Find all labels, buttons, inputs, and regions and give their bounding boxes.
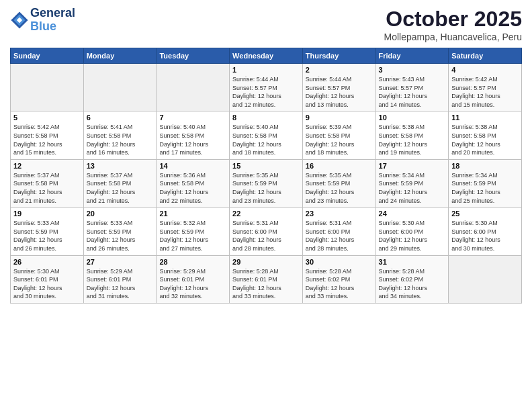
col-wednesday: Wednesday bbox=[230, 48, 303, 64]
table-row: 23Sunrise: 5:31 AM Sunset: 6:00 PM Dayli… bbox=[302, 208, 375, 255]
week-row-1: 5Sunrise: 5:42 AM Sunset: 5:58 PM Daylig… bbox=[11, 111, 522, 159]
week-row-3: 19Sunrise: 5:33 AM Sunset: 5:59 PM Dayli… bbox=[11, 208, 522, 255]
table-row: 17Sunrise: 5:34 AM Sunset: 5:59 PM Dayli… bbox=[375, 159, 449, 207]
calendar-table: Sunday Monday Tuesday Wednesday Thursday… bbox=[10, 48, 522, 304]
day-number: 2 bbox=[306, 66, 373, 74]
table-row bbox=[157, 64, 230, 111]
day-number: 22 bbox=[232, 210, 300, 218]
day-number: 11 bbox=[451, 113, 519, 122]
page: General Blue October 2025 Mollepampa, Hu… bbox=[0, 0, 532, 411]
day-info: Sunrise: 5:29 AM Sunset: 6:01 PM Dayligh… bbox=[159, 267, 226, 301]
table-row: 1Sunrise: 5:44 AM Sunset: 5:57 PM Daylig… bbox=[230, 64, 303, 111]
week-row-4: 26Sunrise: 5:30 AM Sunset: 6:01 PM Dayli… bbox=[11, 255, 522, 303]
day-info: Sunrise: 5:41 AM Sunset: 5:58 PM Dayligh… bbox=[87, 123, 154, 156]
table-row: 8Sunrise: 5:40 AM Sunset: 5:58 PM Daylig… bbox=[230, 111, 303, 159]
table-row: 21Sunrise: 5:32 AM Sunset: 5:59 PM Dayli… bbox=[157, 208, 230, 255]
day-info: Sunrise: 5:40 AM Sunset: 5:58 PM Dayligh… bbox=[159, 123, 226, 156]
logo: General Blue bbox=[10, 7, 75, 34]
month-title: October 2025 bbox=[384, 7, 522, 32]
day-number: 29 bbox=[232, 258, 300, 266]
day-info: Sunrise: 5:29 AM Sunset: 6:01 PM Dayligh… bbox=[87, 267, 154, 301]
day-info: Sunrise: 5:37 AM Sunset: 5:58 PM Dayligh… bbox=[13, 171, 81, 205]
day-info: Sunrise: 5:34 AM Sunset: 5:59 PM Dayligh… bbox=[451, 171, 519, 205]
table-row: 20Sunrise: 5:33 AM Sunset: 5:59 PM Dayli… bbox=[83, 208, 157, 255]
table-row: 11Sunrise: 5:38 AM Sunset: 5:58 PM Dayli… bbox=[449, 111, 522, 159]
day-number: 14 bbox=[159, 162, 226, 170]
table-row: 7Sunrise: 5:40 AM Sunset: 5:58 PM Daylig… bbox=[157, 111, 230, 159]
day-number: 31 bbox=[379, 258, 446, 266]
table-row: 5Sunrise: 5:42 AM Sunset: 5:58 PM Daylig… bbox=[11, 111, 84, 159]
day-number: 17 bbox=[379, 162, 446, 170]
day-info: Sunrise: 5:34 AM Sunset: 5:59 PM Dayligh… bbox=[379, 171, 446, 205]
table-row bbox=[83, 64, 157, 111]
table-row: 19Sunrise: 5:33 AM Sunset: 5:59 PM Dayli… bbox=[11, 208, 84, 255]
day-info: Sunrise: 5:31 AM Sunset: 6:00 PM Dayligh… bbox=[232, 219, 300, 253]
day-info: Sunrise: 5:35 AM Sunset: 5:59 PM Dayligh… bbox=[232, 171, 300, 205]
table-row: 26Sunrise: 5:30 AM Sunset: 6:01 PM Dayli… bbox=[11, 255, 84, 303]
table-row: 24Sunrise: 5:30 AM Sunset: 6:00 PM Dayli… bbox=[375, 208, 449, 255]
table-row: 9Sunrise: 5:39 AM Sunset: 5:58 PM Daylig… bbox=[302, 111, 375, 159]
table-row: 4Sunrise: 5:42 AM Sunset: 5:57 PM Daylig… bbox=[449, 64, 522, 111]
day-number: 16 bbox=[306, 162, 373, 170]
day-info: Sunrise: 5:43 AM Sunset: 5:57 PM Dayligh… bbox=[379, 75, 446, 109]
day-number: 23 bbox=[306, 210, 373, 218]
col-thursday: Thursday bbox=[302, 48, 375, 64]
week-row-0: 1Sunrise: 5:44 AM Sunset: 5:57 PM Daylig… bbox=[11, 64, 522, 111]
day-info: Sunrise: 5:35 AM Sunset: 5:59 PM Dayligh… bbox=[306, 171, 373, 205]
table-row: 25Sunrise: 5:30 AM Sunset: 6:00 PM Dayli… bbox=[449, 208, 522, 255]
day-info: Sunrise: 5:28 AM Sunset: 6:01 PM Dayligh… bbox=[232, 267, 300, 301]
header: General Blue October 2025 Mollepampa, Hu… bbox=[10, 7, 522, 42]
logo-line1: General bbox=[30, 7, 75, 20]
table-row: 3Sunrise: 5:43 AM Sunset: 5:57 PM Daylig… bbox=[375, 64, 449, 111]
week-row-2: 12Sunrise: 5:37 AM Sunset: 5:58 PM Dayli… bbox=[11, 159, 522, 207]
col-friday: Friday bbox=[375, 48, 449, 64]
day-info: Sunrise: 5:32 AM Sunset: 5:59 PM Dayligh… bbox=[159, 219, 226, 253]
day-info: Sunrise: 5:33 AM Sunset: 5:59 PM Dayligh… bbox=[13, 219, 81, 253]
day-info: Sunrise: 5:31 AM Sunset: 6:00 PM Dayligh… bbox=[306, 219, 373, 253]
day-number: 26 bbox=[13, 258, 81, 266]
day-number: 1 bbox=[232, 66, 300, 74]
day-number: 30 bbox=[306, 258, 373, 266]
day-number: 10 bbox=[379, 113, 446, 122]
table-row: 27Sunrise: 5:29 AM Sunset: 6:01 PM Dayli… bbox=[83, 255, 157, 303]
calendar-header-row: Sunday Monday Tuesday Wednesday Thursday… bbox=[11, 48, 522, 64]
col-saturday: Saturday bbox=[449, 48, 522, 64]
day-info: Sunrise: 5:44 AM Sunset: 5:57 PM Dayligh… bbox=[306, 75, 373, 109]
table-row: 14Sunrise: 5:36 AM Sunset: 5:58 PM Dayli… bbox=[157, 159, 230, 207]
day-info: Sunrise: 5:28 AM Sunset: 6:02 PM Dayligh… bbox=[379, 267, 446, 301]
table-row: 12Sunrise: 5:37 AM Sunset: 5:58 PM Dayli… bbox=[11, 159, 84, 207]
day-number: 6 bbox=[87, 113, 154, 122]
day-number: 18 bbox=[451, 162, 519, 170]
day-info: Sunrise: 5:38 AM Sunset: 5:58 PM Dayligh… bbox=[379, 123, 446, 156]
day-number: 12 bbox=[13, 162, 81, 170]
day-info: Sunrise: 5:44 AM Sunset: 5:57 PM Dayligh… bbox=[232, 75, 300, 109]
day-number: 15 bbox=[232, 162, 300, 170]
logo-text: General Blue bbox=[30, 7, 75, 34]
table-row: 2Sunrise: 5:44 AM Sunset: 5:57 PM Daylig… bbox=[302, 64, 375, 111]
logo-icon bbox=[10, 11, 29, 30]
day-info: Sunrise: 5:42 AM Sunset: 5:58 PM Dayligh… bbox=[13, 123, 81, 156]
table-row: 29Sunrise: 5:28 AM Sunset: 6:01 PM Dayli… bbox=[230, 255, 303, 303]
day-info: Sunrise: 5:39 AM Sunset: 5:58 PM Dayligh… bbox=[306, 123, 373, 156]
day-number: 28 bbox=[159, 258, 226, 266]
table-row bbox=[11, 64, 84, 111]
table-row: 13Sunrise: 5:37 AM Sunset: 5:58 PM Dayli… bbox=[83, 159, 157, 207]
day-info: Sunrise: 5:36 AM Sunset: 5:58 PM Dayligh… bbox=[159, 171, 226, 205]
table-row: 22Sunrise: 5:31 AM Sunset: 6:00 PM Dayli… bbox=[230, 208, 303, 255]
day-number: 24 bbox=[379, 210, 446, 218]
table-row: 30Sunrise: 5:28 AM Sunset: 6:02 PM Dayli… bbox=[302, 255, 375, 303]
day-info: Sunrise: 5:30 AM Sunset: 6:00 PM Dayligh… bbox=[451, 219, 519, 253]
day-number: 20 bbox=[87, 210, 154, 218]
day-number: 21 bbox=[159, 210, 226, 218]
day-number: 25 bbox=[451, 210, 519, 218]
day-number: 3 bbox=[379, 66, 446, 74]
subtitle: Mollepampa, Huancavelica, Peru bbox=[384, 32, 522, 42]
title-block: October 2025 Mollepampa, Huancavelica, P… bbox=[384, 7, 522, 42]
day-number: 5 bbox=[13, 113, 81, 122]
table-row: 18Sunrise: 5:34 AM Sunset: 5:59 PM Dayli… bbox=[449, 159, 522, 207]
table-row: 28Sunrise: 5:29 AM Sunset: 6:01 PM Dayli… bbox=[157, 255, 230, 303]
day-number: 27 bbox=[87, 258, 154, 266]
day-number: 19 bbox=[13, 210, 81, 218]
col-tuesday: Tuesday bbox=[157, 48, 230, 64]
table-row: 10Sunrise: 5:38 AM Sunset: 5:58 PM Dayli… bbox=[375, 111, 449, 159]
